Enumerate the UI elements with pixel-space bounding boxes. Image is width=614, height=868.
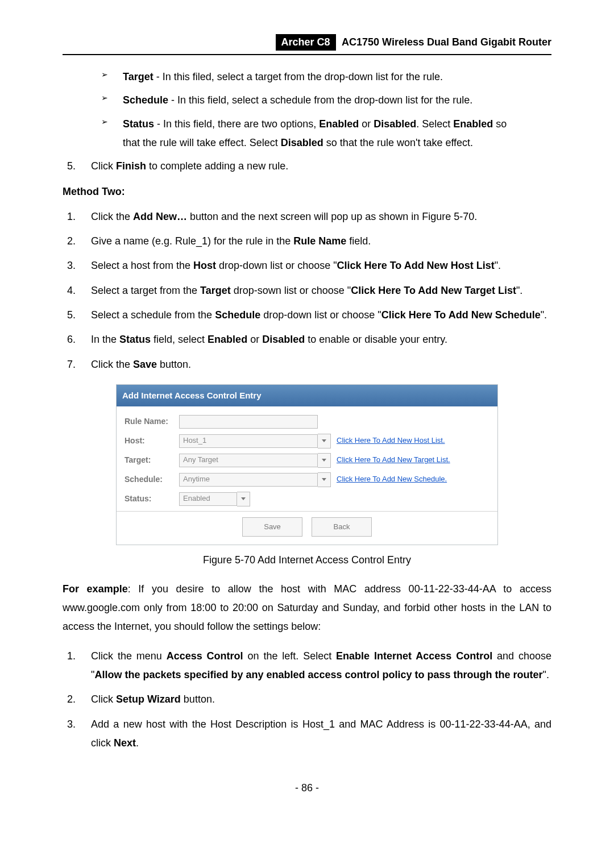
chevron-down-icon[interactable] [318,472,331,487]
m2s2-bold: Rule Name [293,235,346,247]
m2s5-mid: drop-down list or choose " [260,309,381,321]
select-status[interactable]: Enabled [179,492,237,506]
example-steps: Click the menu Access Control on the lef… [63,647,551,753]
m2-step5: Select a schedule from the Schedule drop… [78,306,551,325]
method-two-list: Click the Add New… button and the next s… [63,207,551,374]
row-target: Target: Any Target Click Here To Add New… [125,453,489,468]
m2s3-mid: drop-down list or choose " [216,260,337,271]
bullet-target: Target - In this filed, select a target … [98,68,551,86]
bullet-list: Target - In this filed, select a target … [63,68,551,152]
figure-buttons: Save Back [125,517,489,540]
step5-pre: Click [91,160,116,172]
bullet-schedule-text: - In this field, select a schedule from … [168,94,472,106]
exs1-mid: on the left. Select [243,650,337,662]
chevron-down-icon[interactable] [318,453,331,468]
label-status: Status: [125,492,179,506]
m2-step6: In the Status field, select Enabled or D… [78,330,551,349]
figure-body: Rule Name: Host: Host_1 Click Here To Ad… [117,406,497,545]
m2s2-pre: Give a name (e.g. Rule_1) for the rule i… [91,235,293,247]
m2s3-bold2: Click Here To Add New Host List [337,260,495,271]
back-button[interactable]: Back [312,517,372,537]
ex-step3: Add a new host with the Host Description… [78,715,551,753]
exs2-b: Setup Wizard [116,693,181,705]
ex-step1: Click the menu Access Control on the lef… [78,647,551,685]
m2s4-pre: Select a target from the [91,285,200,296]
example-text: : If you desire to allow the host with M… [63,583,551,633]
page-number: - 86 - [63,782,551,794]
bullet-schedule: Schedule - In this field, select a sched… [98,91,551,110]
link-add-host-list[interactable]: Click Here To Add New Host List. [337,434,445,447]
m2s6-dis: Disabled [262,334,305,345]
example-bold: For example [63,583,128,595]
select-target[interactable]: Any Target [179,454,318,467]
m2-step1: Click the Add New… button and the next s… [78,207,551,226]
figure-titlebar: Add Internet Access Control Entry [117,385,497,406]
exs1-pre: Click the menu [91,650,167,662]
exs3-post: . [136,737,139,749]
m2s7-post: button. [157,359,191,370]
bullet-status: Status - In this field, there are two op… [98,115,551,153]
figure-divider [117,511,497,512]
example-paragraph: For example: If you desire to allow the … [63,580,551,637]
method-two-heading: Method Two: [63,182,551,201]
m2s5-pre: Select a schedule from the [91,309,215,321]
link-add-schedule[interactable]: Click Here To Add New Schedule. [337,472,447,486]
m2s5-bold2: Click Here To Add New Schedule [381,309,541,321]
bullet-schedule-bold: Schedule [123,94,168,106]
m2s3-post: ". [495,260,501,271]
step5-post: to complete adding a new rule. [146,160,288,172]
bullet-status-select: . Select [416,118,453,130]
m2s3-bold: Host [193,260,216,271]
m2s6-pre: In the [91,334,119,345]
page-header: Archer C8 AC1750 Wireless Dual Band Giga… [63,34,551,55]
m2s1-pre: Click the [91,211,133,222]
bullet-status-or: or [359,118,374,130]
save-button[interactable]: Save [242,517,302,537]
select-schedule[interactable]: Anytime [179,473,318,487]
m2s6-or: or [247,334,262,345]
m2s7-pre: Click the [91,359,133,370]
bullet-status-line2: that the rule will take effect. Select D… [123,134,551,152]
exs1-b1: Access Control [167,650,243,662]
m2s7-bold: Save [133,359,157,370]
m2s6-bold: Status [119,334,151,345]
m2-step2: Give a name (e.g. Rule_1) for the rule i… [78,232,551,251]
m2-step4: Select a target from the Target drop-sow… [78,281,551,300]
exs1-post: ". [543,669,549,680]
exs1-b2: Enable Internet Access Control [336,650,492,662]
exs1-b3: Allow the packets specified by any enabl… [94,669,542,680]
exs2-pre: Click [91,693,116,705]
bullet-status-line1-tail: so [493,118,507,130]
m2s6-post: to enable or disable your entry. [305,334,447,345]
label-host: Host: [125,434,179,448]
bullet-status-line2-tail: so that the rule won't take effect. [323,137,473,148]
select-host[interactable]: Host_1 [179,434,318,448]
m2s4-bold: Target [200,285,231,296]
bullet-target-text: - In this filed, select a target from th… [154,71,443,82]
bullet-status-pre: - In this field, there are two options, [154,118,319,130]
row-host: Host: Host_1 Click Here To Add New Host … [125,434,489,448]
bullet-status-line2-pre: that the rule will take effect. Select [123,137,281,148]
figure-caption: Figure 5-70 Add Internet Access Control … [63,551,551,570]
m2s1-post: button and the next screen will pop up a… [187,211,477,222]
m2s5-bold: Schedule [215,309,260,321]
link-add-target-list[interactable]: Click Here To Add New Target List. [337,453,450,467]
header-title: AC1750 Wireless Dual Band Gigabit Router [342,36,551,48]
step5-finish: Finish [116,160,146,172]
bullet-status-disabled: Disabled [374,118,416,130]
m2-step3: Select a host from the Host drop-down li… [78,256,551,275]
label-target: Target: [125,453,179,468]
top-step-5: Click Finish to complete adding a new ru… [78,157,551,176]
bullet-status-bold: Status [123,118,154,130]
row-rule-name: Rule Name: [125,414,489,429]
m2s6-mid: field, select [151,334,208,345]
bullet-status-disabled2: Disabled [281,137,323,148]
input-rule-name[interactable] [179,415,318,429]
chevron-down-icon[interactable] [237,492,250,506]
m2s6-en: Enabled [208,334,247,345]
bullet-status-enabled2: Enabled [453,118,493,130]
m2s5-post: ". [541,309,547,321]
row-status: Status: Enabled [125,492,489,506]
chevron-down-icon[interactable] [318,434,331,448]
figure-panel: Add Internet Access Control Entry Rule N… [116,384,498,545]
